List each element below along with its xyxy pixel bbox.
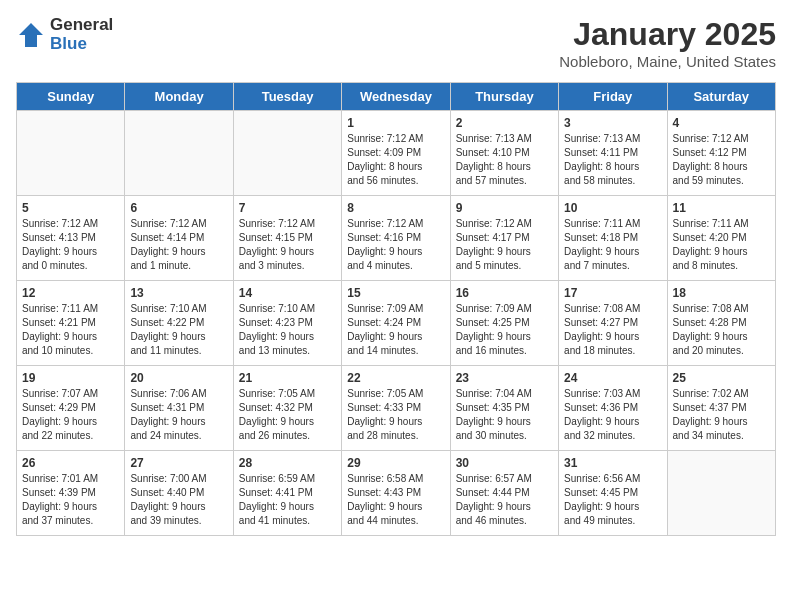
calendar-cell: 31Sunrise: 6:56 AM Sunset: 4:45 PM Dayli… (559, 451, 667, 536)
calendar-week-row: 19Sunrise: 7:07 AM Sunset: 4:29 PM Dayli… (17, 366, 776, 451)
main-title: January 2025 (559, 16, 776, 53)
day-number: 20 (130, 371, 227, 385)
calendar-cell (17, 111, 125, 196)
day-number: 28 (239, 456, 336, 470)
title-block: January 2025 Nobleboro, Maine, United St… (559, 16, 776, 70)
calendar-cell: 28Sunrise: 6:59 AM Sunset: 4:41 PM Dayli… (233, 451, 341, 536)
calendar-cell: 21Sunrise: 7:05 AM Sunset: 4:32 PM Dayli… (233, 366, 341, 451)
calendar-cell: 14Sunrise: 7:10 AM Sunset: 4:23 PM Dayli… (233, 281, 341, 366)
day-info: Sunrise: 6:59 AM Sunset: 4:41 PM Dayligh… (239, 472, 336, 528)
day-info: Sunrise: 7:07 AM Sunset: 4:29 PM Dayligh… (22, 387, 119, 443)
calendar-cell: 29Sunrise: 6:58 AM Sunset: 4:43 PM Dayli… (342, 451, 450, 536)
day-info: Sunrise: 7:12 AM Sunset: 4:13 PM Dayligh… (22, 217, 119, 273)
day-number: 2 (456, 116, 553, 130)
day-info: Sunrise: 7:12 AM Sunset: 4:17 PM Dayligh… (456, 217, 553, 273)
day-info: Sunrise: 7:13 AM Sunset: 4:11 PM Dayligh… (564, 132, 661, 188)
day-info: Sunrise: 7:08 AM Sunset: 4:27 PM Dayligh… (564, 302, 661, 358)
day-info: Sunrise: 7:13 AM Sunset: 4:10 PM Dayligh… (456, 132, 553, 188)
day-info: Sunrise: 6:56 AM Sunset: 4:45 PM Dayligh… (564, 472, 661, 528)
logo-text: General Blue (50, 16, 113, 53)
day-info: Sunrise: 6:58 AM Sunset: 4:43 PM Dayligh… (347, 472, 444, 528)
calendar-cell: 19Sunrise: 7:07 AM Sunset: 4:29 PM Dayli… (17, 366, 125, 451)
day-number: 26 (22, 456, 119, 470)
calendar-cell: 25Sunrise: 7:02 AM Sunset: 4:37 PM Dayli… (667, 366, 775, 451)
day-info: Sunrise: 7:10 AM Sunset: 4:23 PM Dayligh… (239, 302, 336, 358)
day-info: Sunrise: 7:05 AM Sunset: 4:33 PM Dayligh… (347, 387, 444, 443)
calendar-cell: 26Sunrise: 7:01 AM Sunset: 4:39 PM Dayli… (17, 451, 125, 536)
day-number: 11 (673, 201, 770, 215)
day-number: 24 (564, 371, 661, 385)
calendar-cell: 10Sunrise: 7:11 AM Sunset: 4:18 PM Dayli… (559, 196, 667, 281)
calendar-cell: 5Sunrise: 7:12 AM Sunset: 4:13 PM Daylig… (17, 196, 125, 281)
calendar-cell: 3Sunrise: 7:13 AM Sunset: 4:11 PM Daylig… (559, 111, 667, 196)
day-number: 18 (673, 286, 770, 300)
logo: General Blue (16, 16, 113, 53)
calendar-cell: 18Sunrise: 7:08 AM Sunset: 4:28 PM Dayli… (667, 281, 775, 366)
day-number: 22 (347, 371, 444, 385)
day-number: 12 (22, 286, 119, 300)
logo-blue: Blue (50, 35, 113, 54)
day-number: 4 (673, 116, 770, 130)
calendar-week-row: 5Sunrise: 7:12 AM Sunset: 4:13 PM Daylig… (17, 196, 776, 281)
day-number: 1 (347, 116, 444, 130)
logo-icon (16, 20, 46, 50)
calendar-cell: 2Sunrise: 7:13 AM Sunset: 4:10 PM Daylig… (450, 111, 558, 196)
day-info: Sunrise: 7:12 AM Sunset: 4:09 PM Dayligh… (347, 132, 444, 188)
calendar-cell: 13Sunrise: 7:10 AM Sunset: 4:22 PM Dayli… (125, 281, 233, 366)
calendar-cell: 1Sunrise: 7:12 AM Sunset: 4:09 PM Daylig… (342, 111, 450, 196)
day-number: 27 (130, 456, 227, 470)
calendar-cell: 7Sunrise: 7:12 AM Sunset: 4:15 PM Daylig… (233, 196, 341, 281)
calendar-cell: 8Sunrise: 7:12 AM Sunset: 4:16 PM Daylig… (342, 196, 450, 281)
calendar-cell: 17Sunrise: 7:08 AM Sunset: 4:27 PM Dayli… (559, 281, 667, 366)
day-number: 17 (564, 286, 661, 300)
day-info: Sunrise: 6:57 AM Sunset: 4:44 PM Dayligh… (456, 472, 553, 528)
day-number: 31 (564, 456, 661, 470)
day-header: Thursday (450, 83, 558, 111)
page-header: General Blue January 2025 Nobleboro, Mai… (16, 16, 776, 70)
day-number: 8 (347, 201, 444, 215)
day-info: Sunrise: 7:12 AM Sunset: 4:16 PM Dayligh… (347, 217, 444, 273)
day-info: Sunrise: 7:12 AM Sunset: 4:12 PM Dayligh… (673, 132, 770, 188)
day-number: 21 (239, 371, 336, 385)
day-number: 5 (22, 201, 119, 215)
calendar-cell: 23Sunrise: 7:04 AM Sunset: 4:35 PM Dayli… (450, 366, 558, 451)
day-info: Sunrise: 7:11 AM Sunset: 4:21 PM Dayligh… (22, 302, 119, 358)
calendar-cell (233, 111, 341, 196)
day-number: 16 (456, 286, 553, 300)
svg-marker-0 (19, 23, 43, 47)
calendar-body: 1Sunrise: 7:12 AM Sunset: 4:09 PM Daylig… (17, 111, 776, 536)
calendar-table: SundayMondayTuesdayWednesdayThursdayFrid… (16, 82, 776, 536)
day-info: Sunrise: 7:08 AM Sunset: 4:28 PM Dayligh… (673, 302, 770, 358)
day-info: Sunrise: 7:05 AM Sunset: 4:32 PM Dayligh… (239, 387, 336, 443)
day-info: Sunrise: 7:12 AM Sunset: 4:14 PM Dayligh… (130, 217, 227, 273)
calendar-cell: 30Sunrise: 6:57 AM Sunset: 4:44 PM Dayli… (450, 451, 558, 536)
day-info: Sunrise: 7:10 AM Sunset: 4:22 PM Dayligh… (130, 302, 227, 358)
calendar-cell (125, 111, 233, 196)
calendar-cell: 22Sunrise: 7:05 AM Sunset: 4:33 PM Dayli… (342, 366, 450, 451)
calendar-cell: 24Sunrise: 7:03 AM Sunset: 4:36 PM Dayli… (559, 366, 667, 451)
day-header: Monday (125, 83, 233, 111)
calendar-cell: 6Sunrise: 7:12 AM Sunset: 4:14 PM Daylig… (125, 196, 233, 281)
day-number: 10 (564, 201, 661, 215)
calendar-cell: 9Sunrise: 7:12 AM Sunset: 4:17 PM Daylig… (450, 196, 558, 281)
day-info: Sunrise: 7:02 AM Sunset: 4:37 PM Dayligh… (673, 387, 770, 443)
day-number: 3 (564, 116, 661, 130)
day-number: 30 (456, 456, 553, 470)
day-number: 7 (239, 201, 336, 215)
day-number: 25 (673, 371, 770, 385)
day-number: 6 (130, 201, 227, 215)
calendar-cell (667, 451, 775, 536)
day-number: 29 (347, 456, 444, 470)
day-info: Sunrise: 7:12 AM Sunset: 4:15 PM Dayligh… (239, 217, 336, 273)
calendar-cell: 16Sunrise: 7:09 AM Sunset: 4:25 PM Dayli… (450, 281, 558, 366)
day-number: 15 (347, 286, 444, 300)
calendar-week-row: 1Sunrise: 7:12 AM Sunset: 4:09 PM Daylig… (17, 111, 776, 196)
day-header: Tuesday (233, 83, 341, 111)
day-info: Sunrise: 7:01 AM Sunset: 4:39 PM Dayligh… (22, 472, 119, 528)
day-header: Saturday (667, 83, 775, 111)
calendar-header-row: SundayMondayTuesdayWednesdayThursdayFrid… (17, 83, 776, 111)
calendar-cell: 12Sunrise: 7:11 AM Sunset: 4:21 PM Dayli… (17, 281, 125, 366)
day-number: 23 (456, 371, 553, 385)
calendar-cell: 20Sunrise: 7:06 AM Sunset: 4:31 PM Dayli… (125, 366, 233, 451)
day-info: Sunrise: 7:11 AM Sunset: 4:20 PM Dayligh… (673, 217, 770, 273)
